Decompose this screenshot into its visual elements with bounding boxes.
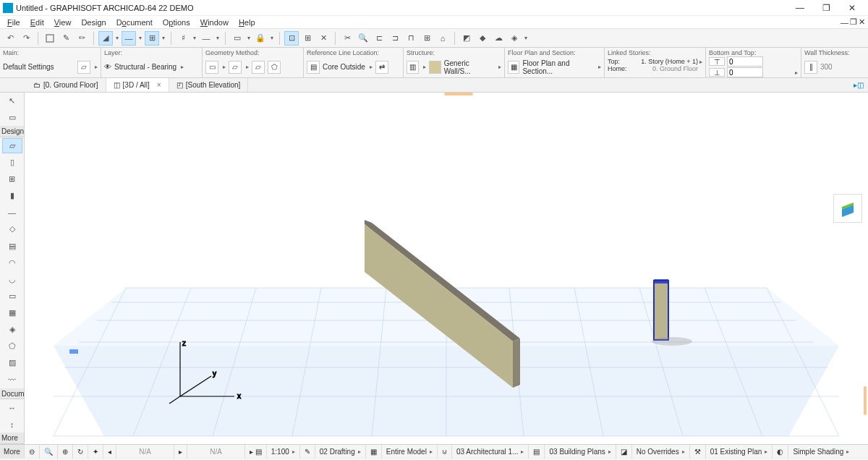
zoom-button[interactable]: 🔍 bbox=[40, 445, 58, 459]
dropdown-icon[interactable]: ▾ bbox=[215, 35, 221, 41]
close-button[interactable]: ✕ bbox=[839, 1, 865, 15]
material-swatch[interactable] bbox=[429, 61, 441, 74]
document-section-label[interactable]: Docume bbox=[0, 388, 24, 400]
panel-minimize-button[interactable]: — bbox=[841, 18, 848, 27]
pick-button[interactable] bbox=[43, 31, 57, 46]
next-view-button[interactable]: ▸ bbox=[174, 445, 187, 459]
maximize-button[interactable]: ❐ bbox=[813, 1, 839, 15]
top-offset-input[interactable] bbox=[727, 56, 763, 67]
refline-icon[interactable]: ▤ bbox=[307, 61, 320, 74]
render-button[interactable]: ◆ bbox=[475, 31, 490, 46]
level-tool[interactable]: ↕ bbox=[2, 417, 22, 432]
tab-close-button[interactable]: × bbox=[157, 81, 161, 89]
align-button[interactable]: ⊏ bbox=[372, 31, 386, 46]
redo-button[interactable]: ↷ bbox=[19, 31, 33, 46]
menu-file[interactable]: File bbox=[3, 17, 25, 27]
ruler-button[interactable]: — bbox=[199, 31, 213, 46]
marquee-tool[interactable]: ▭ bbox=[2, 110, 22, 125]
top-story-select[interactable]: 1. Story (Home + 1) bbox=[632, 58, 698, 65]
stack-button[interactable]: ⊓ bbox=[404, 31, 418, 46]
shell-tool[interactable]: ◡ bbox=[2, 272, 22, 287]
rect-button[interactable]: ▭ bbox=[230, 31, 244, 46]
dropdown-icon[interactable]: ▾ bbox=[137, 35, 143, 41]
dimension-tool[interactable]: ↔ bbox=[2, 400, 22, 415]
dropdown-icon[interactable]: ▸ bbox=[95, 64, 98, 70]
slab-tool[interactable]: ◇ bbox=[2, 221, 22, 237]
zoom-in-button[interactable]: ⊕ bbox=[58, 445, 73, 459]
structure-select[interactable]: Generic Wall/S... bbox=[444, 59, 494, 75]
more-button[interactable]: More bbox=[0, 445, 25, 459]
fps-select[interactable]: Floor Plan and Section... bbox=[522, 59, 594, 75]
dropdown-icon[interactable]: ▾ bbox=[246, 35, 252, 41]
layer-combo-select[interactable]: 03 Architectural 1...▸ bbox=[452, 445, 529, 459]
geom-straight-button[interactable]: ▭ bbox=[205, 61, 218, 74]
plans-select[interactable]: 03 Building Plans▸ bbox=[545, 445, 616, 459]
column-tool[interactable]: ▮ bbox=[2, 188, 22, 203]
layer-select[interactable]: Structural - Bearing bbox=[114, 63, 176, 71]
dropdown-icon[interactable]: ▸ bbox=[370, 64, 373, 70]
dropdown-icon[interactable]: ▸ bbox=[246, 64, 249, 70]
scale-icon[interactable]: ▸ ▤ bbox=[245, 445, 267, 459]
structure-icon[interactable]: ▥ bbox=[407, 61, 419, 74]
3d-viewport[interactable]: z x y bbox=[25, 93, 868, 444]
geom-curved-button[interactable]: ▱ bbox=[229, 61, 242, 74]
default-settings-button[interactable]: Default Settings bbox=[3, 63, 54, 71]
fps-icon[interactable]: ▦ bbox=[508, 61, 519, 74]
penset-select[interactable]: 02 Drafting▸ bbox=[315, 445, 366, 459]
arrow-tool[interactable]: ↖ bbox=[2, 93, 22, 108]
geom-poly-button[interactable]: ⬠ bbox=[268, 61, 281, 74]
snap-button[interactable]: — bbox=[122, 31, 136, 46]
stair-tool[interactable]: ▤ bbox=[2, 239, 22, 254]
more-section-label[interactable]: More bbox=[0, 433, 24, 444]
door-tool[interactable]: ▯ bbox=[2, 155, 22, 170]
dropdown-icon[interactable]: ▾ bbox=[114, 35, 120, 41]
lock-button[interactable]: 🔒 bbox=[253, 31, 268, 46]
flip-button[interactable]: ⇄ bbox=[375, 61, 388, 74]
scale-select[interactable]: 1:100▸ bbox=[267, 445, 300, 459]
menu-document[interactable]: Document bbox=[112, 17, 157, 27]
beam-tool[interactable]: — bbox=[2, 205, 22, 220]
penset-icon[interactable]: ✎ bbox=[300, 445, 315, 459]
menu-edit[interactable]: Edit bbox=[26, 17, 48, 27]
dropdown-icon[interactable]: ▸ bbox=[423, 64, 426, 70]
morph-tool[interactable]: ◈ bbox=[2, 322, 22, 337]
wall-profile-icon[interactable]: ▱ bbox=[77, 61, 90, 74]
suspend-button[interactable]: ⊡ bbox=[284, 31, 299, 46]
layer-icon[interactable]: ⊍ bbox=[438, 445, 452, 459]
zone-tool[interactable]: ▨ bbox=[2, 355, 22, 370]
menu-options[interactable]: Options bbox=[158, 17, 195, 27]
drag-handle-right[interactable] bbox=[864, 386, 867, 415]
tab-ground-floor[interactable]: 🗀[0. Ground Floor] bbox=[26, 78, 106, 92]
offset-button[interactable]: ⊞ bbox=[145, 31, 159, 46]
home-button[interactable]: ⌂ bbox=[435, 31, 450, 46]
tab-3d-all[interactable]: ◫[3D / All]× bbox=[106, 78, 169, 92]
clip-button[interactable]: ◩ bbox=[459, 31, 474, 46]
menu-view[interactable]: View bbox=[50, 17, 76, 27]
object-tool[interactable]: ⬠ bbox=[2, 338, 22, 354]
box-button[interactable]: ◈ bbox=[507, 31, 522, 46]
inject-button[interactable]: ✏ bbox=[75, 31, 89, 46]
plans-icon[interactable]: ▤ bbox=[529, 445, 545, 459]
refline-select[interactable]: Core Outside bbox=[323, 63, 365, 71]
dropdown-icon[interactable]: ▸ bbox=[795, 69, 798, 76]
bottom-offset-input[interactable] bbox=[727, 67, 763, 77]
design-section-label[interactable]: Design bbox=[0, 126, 24, 137]
minimize-button[interactable]: — bbox=[787, 1, 813, 15]
override-icon[interactable]: ◪ bbox=[616, 445, 632, 459]
pan-button[interactable]: ↻ bbox=[73, 445, 88, 459]
roof-tool[interactable]: ◠ bbox=[2, 255, 22, 271]
wall-tool[interactable]: ▱ bbox=[2, 138, 22, 153]
cloud-button[interactable]: ☁ bbox=[491, 31, 506, 46]
dropdown-icon[interactable]: ▸ bbox=[181, 64, 184, 70]
dropdown-icon[interactable]: ▸ bbox=[498, 64, 501, 70]
menu-design[interactable]: Design bbox=[77, 17, 110, 27]
menu-window[interactable]: Window bbox=[196, 17, 233, 27]
reno-select[interactable]: 01 Existing Plan▸ bbox=[706, 445, 773, 459]
trace-button[interactable]: ⊞ bbox=[300, 31, 315, 46]
distribute-button[interactable]: ⊐ bbox=[388, 31, 402, 46]
cross-button[interactable]: ✕ bbox=[316, 31, 331, 46]
drag-handle[interactable] bbox=[444, 93, 473, 95]
tab-south-elevation[interactable]: ◰[South Elevation] bbox=[169, 78, 249, 92]
prev-view-button[interactable]: ◂ bbox=[103, 445, 116, 459]
tab-overflow-button[interactable]: ▸◫ bbox=[849, 80, 868, 90]
